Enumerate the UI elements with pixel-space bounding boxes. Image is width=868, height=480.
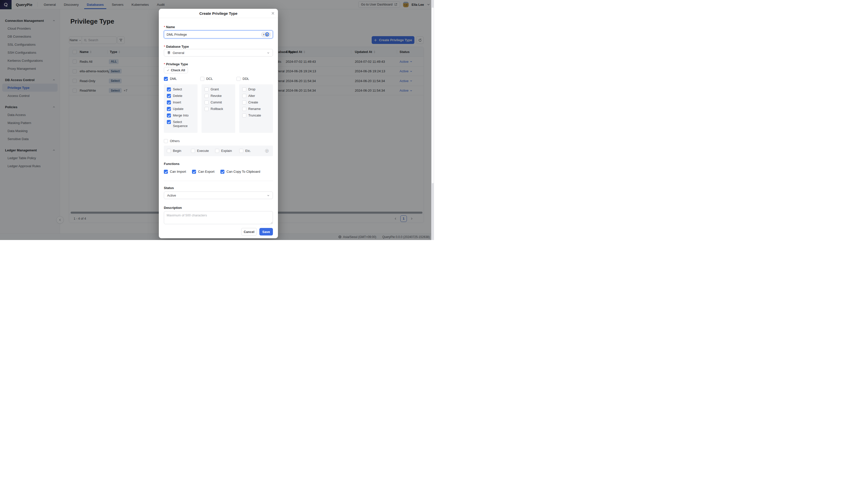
checkbox-drop[interactable]: Drop: [242, 88, 270, 91]
checkbox-grant[interactable]: Grant: [205, 88, 232, 91]
checkbox-rollback[interactable]: Rollback: [205, 107, 232, 111]
checkbox-label: Execute: [197, 149, 209, 153]
ddl-options-panel: Drop Alter Create Rename Truncate: [239, 84, 273, 133]
checkbox-label: Drop: [248, 88, 255, 91]
checkbox-label: Others: [170, 139, 180, 143]
checkbox-alter[interactable]: Alter: [242, 94, 270, 98]
checkbox-insert[interactable]: Insert: [167, 100, 194, 104]
checkbox-delete[interactable]: Delete: [167, 94, 194, 98]
check-all-button[interactable]: Check All: [164, 67, 188, 73]
dml-options-panel: Select Delete Insert Update Merge Into S…: [164, 84, 197, 133]
chevron-down-icon: [267, 194, 270, 197]
check-all-label: Check All: [171, 69, 185, 72]
create-privilege-type-modal: Create Privilege Type Name › Database Ty…: [159, 9, 278, 238]
checkbox-create[interactable]: Create: [242, 100, 270, 104]
checkbox-label: DML: [170, 77, 177, 81]
checkbox-label: Grant: [211, 88, 219, 91]
modal-title: Create Privilege Type: [199, 11, 237, 15]
status-label: Status: [164, 186, 174, 190]
modal-close-button[interactable]: [271, 11, 275, 15]
name-label: Name: [164, 25, 175, 29]
checkbox-label: Etc.: [245, 149, 251, 153]
checkbox-label: Insert: [173, 100, 181, 104]
checkbox-etc[interactable]: Etc.: [239, 149, 264, 153]
checkbox-dml[interactable]: DML: [164, 77, 200, 81]
save-button[interactable]: Save: [259, 228, 273, 236]
page-scrollbar-thumb[interactable]: [432, 7, 434, 183]
checkbox-label: Truncate: [248, 113, 261, 117]
database-icon: [167, 51, 170, 55]
checkbox-truncate[interactable]: Truncate: [242, 113, 270, 117]
checkbox-merge-into[interactable]: Merge Into: [167, 113, 194, 117]
modal-header: Create Privilege Type: [159, 9, 278, 18]
description-textarea[interactable]: [164, 211, 273, 224]
page-scrollbar[interactable]: [431, 0, 434, 240]
checkbox-label: Can Export: [198, 170, 214, 174]
status-value: Active: [167, 194, 176, 197]
etc-help-icon[interactable]: ?: [265, 149, 269, 152]
checkbox-label: Delete: [173, 94, 182, 98]
checkbox-label: Rollback: [211, 107, 223, 111]
checkbox-label: Create: [248, 100, 258, 104]
checkbox-commit[interactable]: Commit: [205, 100, 232, 104]
checkbox-select-sequence[interactable]: Select Sequence: [167, 120, 194, 128]
checkbox-label: DDL: [243, 77, 249, 81]
checkbox-can-export[interactable]: Can Export: [192, 170, 214, 174]
checkbox-label: Can Import: [170, 170, 186, 174]
checkbox-select[interactable]: Select: [167, 88, 194, 91]
checkbox-label: Explain: [221, 149, 232, 153]
checkbox-revoke[interactable]: Revoke: [205, 94, 232, 98]
functions-label: Functions: [164, 162, 180, 166]
checkbox-dcl[interactable]: DCL: [200, 77, 237, 81]
others-options-panel: Begin Execute Explain Etc. ?: [164, 146, 273, 156]
checkbox-label: Revoke: [211, 94, 222, 98]
name-input[interactable]: [164, 30, 273, 38]
checkbox-rename[interactable]: Rename: [242, 107, 270, 111]
checkbox-begin[interactable]: Begin: [167, 149, 191, 153]
checkbox-label: Select Sequence: [173, 120, 194, 128]
checkbox-label: DCL: [206, 77, 213, 81]
close-icon: [271, 11, 275, 15]
checkbox-can-import[interactable]: Can Import: [164, 170, 186, 174]
password-manager-autofill-icon[interactable]: ›: [261, 32, 271, 37]
checkbox-label: Can Copy To Clipboard: [226, 170, 260, 174]
database-type-select[interactable]: General: [164, 49, 273, 57]
cancel-button[interactable]: Cancel: [241, 228, 257, 236]
database-type-value: General: [173, 51, 184, 55]
checkbox-ddl[interactable]: DDL: [237, 77, 273, 81]
checkbox-execute[interactable]: Execute: [191, 149, 215, 153]
checkbox-explain[interactable]: Explain: [215, 149, 239, 153]
checkbox-update[interactable]: Update: [167, 107, 194, 111]
status-select[interactable]: Active: [164, 192, 273, 199]
checkbox-label: Rename: [248, 107, 260, 111]
checkbox-others[interactable]: Others: [164, 139, 180, 143]
checkbox-can-copy-to-clipboard[interactable]: Can Copy To Clipboard: [220, 170, 260, 174]
privilege-type-label: Privilege Type: [164, 62, 188, 66]
checkbox-label: Merge Into: [173, 113, 188, 117]
checkbox-label: Commit: [211, 100, 222, 104]
chevron-down-icon: [267, 52, 270, 54]
check-icon: [166, 69, 169, 72]
section-divider: [164, 181, 273, 181]
dcl-options-panel: Grant Revoke Commit Rollback: [202, 84, 235, 133]
description-label: Description: [164, 206, 182, 210]
checkbox-label: Update: [173, 107, 183, 111]
checkbox-label: Alter: [248, 94, 255, 98]
checkbox-label: Begin: [173, 149, 181, 153]
checkbox-label: Select: [173, 88, 182, 91]
database-type-label: Database Type: [164, 45, 189, 48]
